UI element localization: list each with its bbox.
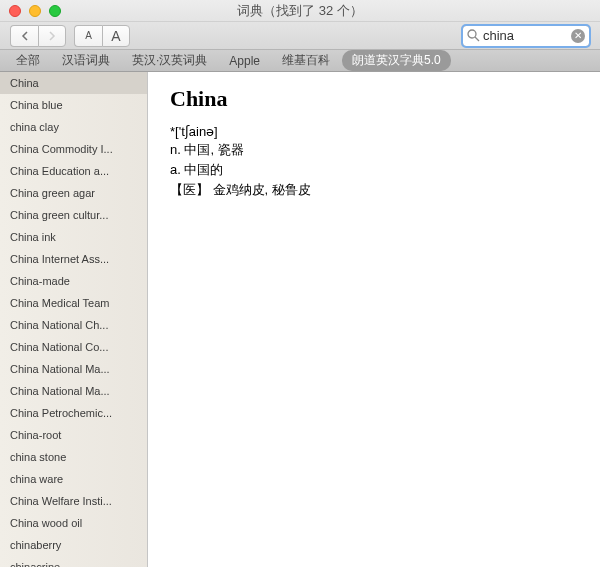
source-tab-2[interactable]: 英汉·汉英词典 bbox=[122, 50, 217, 71]
definition-line: n. 中国, 瓷器 bbox=[170, 141, 578, 159]
source-tab-0[interactable]: 全部 bbox=[6, 50, 50, 71]
result-item[interactable]: China National Ch... bbox=[0, 314, 147, 336]
result-item[interactable]: China ink bbox=[0, 226, 147, 248]
chevron-right-icon bbox=[48, 31, 56, 41]
app-window: 词典（找到了 32 个） A A ✕ 全部汉语词典英汉·汉英词典Apple维基百… bbox=[0, 0, 600, 567]
text-smaller-button[interactable]: A bbox=[74, 25, 102, 47]
result-item[interactable]: China National Co... bbox=[0, 336, 147, 358]
search-wrap: ✕ bbox=[462, 25, 590, 47]
forward-button[interactable] bbox=[38, 25, 66, 47]
maximize-button[interactable] bbox=[49, 5, 61, 17]
result-item[interactable]: chinacrine bbox=[0, 556, 147, 567]
results-sidebar: ChinaChina bluechina clayChina Commodity… bbox=[0, 72, 148, 567]
result-item[interactable]: China blue bbox=[0, 94, 147, 116]
result-item[interactable]: China Commodity I... bbox=[0, 138, 147, 160]
source-tab-1[interactable]: 汉语词典 bbox=[52, 50, 120, 71]
clear-search-button[interactable]: ✕ bbox=[571, 29, 585, 43]
result-item[interactable]: China-root bbox=[0, 424, 147, 446]
result-item[interactable]: china stone bbox=[0, 446, 147, 468]
titlebar: 词典（找到了 32 个） bbox=[0, 0, 600, 22]
result-item[interactable]: china clay bbox=[0, 116, 147, 138]
result-item[interactable]: China Medical Team bbox=[0, 292, 147, 314]
nav-segment bbox=[10, 25, 66, 47]
window-title: 词典（找到了 32 个） bbox=[0, 2, 600, 20]
source-tab-5[interactable]: 朗道英汉字典5.0 bbox=[342, 50, 451, 71]
result-item[interactable]: China Petrochemic... bbox=[0, 402, 147, 424]
result-item[interactable]: China green agar bbox=[0, 182, 147, 204]
search-icon bbox=[467, 29, 480, 42]
content-area: ChinaChina bluechina clayChina Commodity… bbox=[0, 72, 600, 567]
textsize-segment: A A bbox=[74, 25, 130, 47]
result-item[interactable]: China green cultur... bbox=[0, 204, 147, 226]
result-item[interactable]: china ware bbox=[0, 468, 147, 490]
minimize-button[interactable] bbox=[29, 5, 41, 17]
result-item[interactable]: China Education a... bbox=[0, 160, 147, 182]
source-tab-4[interactable]: 维基百科 bbox=[272, 50, 340, 71]
traffic-lights bbox=[0, 5, 61, 17]
headword: China bbox=[170, 86, 578, 112]
back-button[interactable] bbox=[10, 25, 38, 47]
svg-point-0 bbox=[468, 30, 476, 38]
result-item[interactable]: China Internet Ass... bbox=[0, 248, 147, 270]
result-item[interactable]: China-made bbox=[0, 270, 147, 292]
result-item[interactable]: China bbox=[0, 72, 147, 94]
text-larger-button[interactable]: A bbox=[102, 25, 130, 47]
chevron-left-icon bbox=[21, 31, 29, 41]
definition-line: 【医】 金鸡纳皮, 秘鲁皮 bbox=[170, 181, 578, 199]
definition-line: *['tʃainə] bbox=[170, 124, 578, 139]
result-item[interactable]: China Welfare Insti... bbox=[0, 490, 147, 512]
definition-pane: China *['tʃainə]n. 中国, 瓷器a. 中国的【医】 金鸡纳皮,… bbox=[148, 72, 600, 567]
svg-line-1 bbox=[475, 37, 479, 41]
source-tabbar: 全部汉语词典英汉·汉英词典Apple维基百科朗道英汉字典5.0 bbox=[0, 50, 600, 72]
close-button[interactable] bbox=[9, 5, 21, 17]
result-item[interactable]: China National Ma... bbox=[0, 380, 147, 402]
result-item[interactable]: China wood oil bbox=[0, 512, 147, 534]
result-item[interactable]: chinaberry bbox=[0, 534, 147, 556]
definition-line: a. 中国的 bbox=[170, 161, 578, 179]
result-item[interactable]: China National Ma... bbox=[0, 358, 147, 380]
source-tab-3[interactable]: Apple bbox=[219, 52, 270, 70]
toolbar: A A ✕ bbox=[0, 22, 600, 50]
